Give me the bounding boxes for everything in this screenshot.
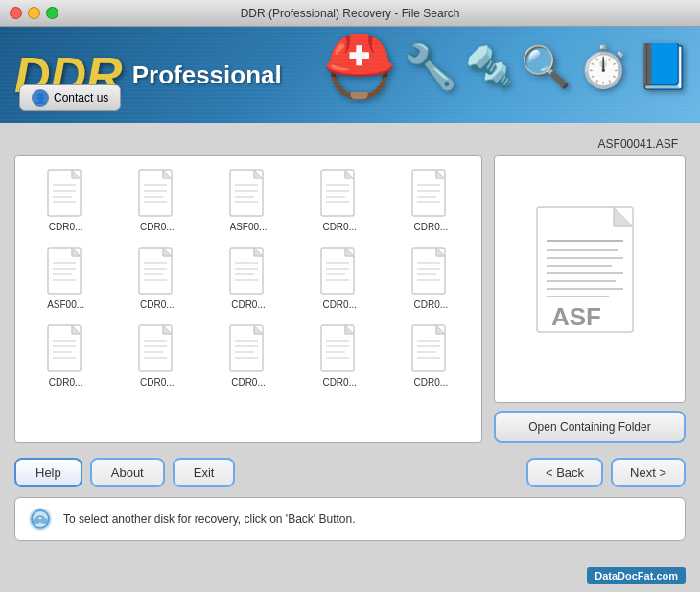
contact-us-button[interactable]: 👤 Contact us: [19, 84, 121, 111]
file-item[interactable]: CDR0...: [114, 320, 199, 391]
maximize-button[interactable]: [46, 7, 58, 19]
magnifier-icon: 🔍: [521, 43, 571, 90]
file-item[interactable]: CDR0...: [297, 320, 383, 391]
file-label: CDR0...: [322, 222, 357, 232]
preview-file-icon: ASF: [527, 202, 652, 356]
file-icon: [318, 246, 361, 297]
status-bar: To select another disk for recovery, cli…: [14, 497, 686, 541]
helmet-icon: ⛑️: [322, 32, 396, 101]
navigation-row: Help About Exit < Back Next >: [14, 458, 686, 487]
about-button[interactable]: About: [90, 458, 165, 487]
exit-button[interactable]: Exit: [173, 458, 236, 487]
contact-btn-label: Contact us: [54, 91, 108, 105]
contact-icon: 👤: [32, 89, 49, 107]
minimize-button[interactable]: [28, 7, 40, 19]
preview-filename-label: ASF00041.ASF: [598, 137, 678, 151]
file-icon: [136, 246, 178, 297]
file-icon: [227, 246, 269, 297]
file-label: ASF00...: [47, 299, 84, 310]
app-header: DDR Professional 👤 Contact us ⛑️ 🔧 🔩 🔍 ⏱…: [0, 27, 700, 123]
svg-point-120: [40, 518, 48, 524]
file-label: CDR0...: [49, 222, 83, 232]
svg-point-119: [33, 518, 40, 524]
file-label: CDR0...: [140, 377, 175, 388]
next-button[interactable]: Next >: [611, 458, 686, 487]
status-message: To select another disk for recovery, cli…: [63, 512, 356, 526]
file-item[interactable]: CDR0...: [297, 164, 383, 236]
book-icon: 📘: [636, 40, 690, 92]
svg-text:ASF: ASF: [551, 302, 601, 331]
file-item[interactable]: CDR0...: [114, 242, 199, 314]
window-title: DDR (Professional) Recovery - File Searc…: [241, 7, 460, 20]
file-label: CDR0...: [49, 377, 83, 388]
file-item[interactable]: CDR0...: [388, 242, 474, 314]
file-icon: [45, 168, 87, 220]
file-icon: [409, 168, 452, 220]
file-grid: CDR0... CDR0...: [23, 164, 474, 391]
file-icon: [409, 323, 452, 375]
file-item[interactable]: CDR0...: [205, 320, 291, 391]
file-icon: [45, 323, 87, 375]
file-label: CDR0...: [414, 299, 449, 310]
file-icon: [409, 246, 452, 297]
file-label: CDR0...: [231, 299, 266, 310]
file-label: CDR0...: [414, 377, 449, 388]
file-item[interactable]: CDR0...: [205, 242, 291, 314]
tools-icon: 🔧: [404, 41, 457, 92]
title-bar: DDR (Professional) Recovery - File Searc…: [0, 0, 700, 27]
file-item[interactable]: CDR0...: [388, 320, 474, 391]
file-icon: [45, 246, 87, 297]
close-button[interactable]: [10, 7, 22, 19]
file-icon: [227, 168, 269, 220]
file-grid-container[interactable]: CDR0... CDR0...: [14, 155, 482, 443]
file-label: CDR0...: [231, 377, 266, 388]
preview-box: ASF: [494, 155, 686, 403]
main-content: ASF00041.ASF CDR0...: [0, 123, 700, 592]
file-item[interactable]: ASF00...: [23, 242, 108, 314]
file-icon: [227, 323, 269, 375]
professional-logo-text: Professional: [132, 60, 282, 90]
file-label: CDR0...: [140, 299, 175, 310]
status-icon: [27, 506, 54, 533]
pliers-icon: 🔩: [465, 44, 513, 89]
file-label: CDR0...: [140, 222, 175, 232]
file-label: CDR0...: [322, 377, 357, 388]
file-icon: [318, 323, 361, 375]
file-item[interactable]: ASF00...: [205, 164, 291, 236]
content-row: CDR0... CDR0...: [14, 155, 686, 443]
file-item[interactable]: CDR0...: [23, 164, 108, 236]
file-item[interactable]: CDR0...: [23, 320, 108, 391]
watermark: DataDocFat.com: [587, 567, 686, 584]
file-icon: [136, 323, 178, 375]
open-folder-button[interactable]: Open Containing Folder: [494, 411, 686, 443]
preview-panel: ASF Open Containing Folder: [494, 155, 686, 443]
back-button[interactable]: < Back: [526, 458, 603, 487]
header-icons: ⛑️ 🔧 🔩 🔍 ⏱️ 📘: [322, 32, 690, 101]
file-item[interactable]: CDR0...: [297, 242, 383, 314]
file-label: CDR0...: [322, 299, 357, 310]
file-icon: [318, 168, 361, 220]
file-item[interactable]: CDR0...: [388, 164, 474, 236]
file-label: ASF00...: [230, 222, 268, 232]
stopwatch-icon: ⏱️: [578, 43, 628, 90]
help-button[interactable]: Help: [14, 458, 82, 487]
file-item[interactable]: CDR0...: [114, 164, 199, 236]
file-label: CDR0...: [414, 222, 449, 232]
file-icon: [136, 168, 178, 220]
window-controls[interactable]: [10, 7, 58, 19]
